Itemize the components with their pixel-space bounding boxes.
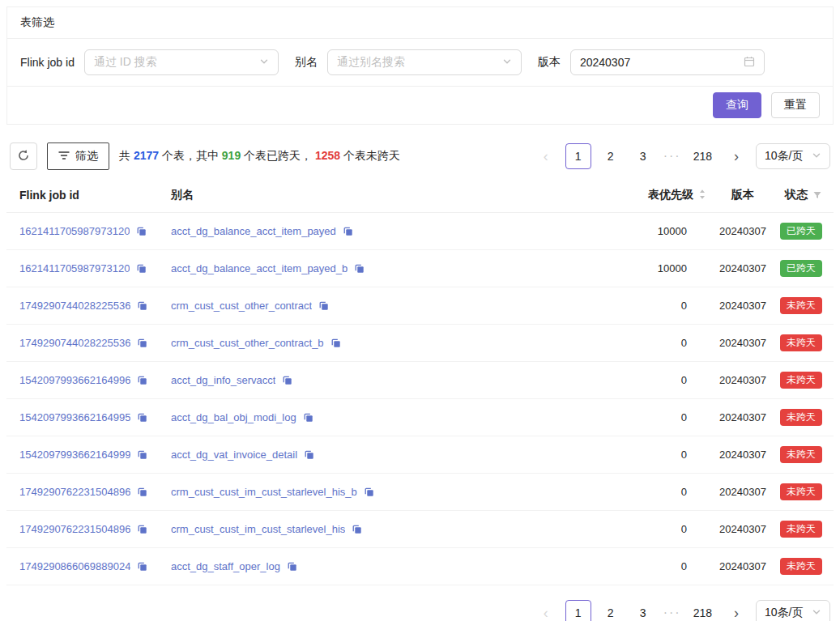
copy-icon[interactable] (137, 487, 147, 497)
alias-link[interactable]: crm_cust_cust_im_cust_starlevel_his_b (171, 486, 357, 498)
priority-value: 0 (681, 523, 687, 535)
version-value: 20240307 (719, 262, 766, 274)
copy-icon[interactable] (304, 449, 314, 460)
query-button[interactable]: 查询 (713, 92, 761, 118)
column-header-status: 状态 (773, 178, 834, 213)
page-button-last[interactable]: 218 (689, 143, 717, 169)
copy-icon[interactable] (318, 300, 329, 311)
flink-job-id-link[interactable]: 1749290762231504896 (19, 486, 130, 498)
alias-link[interactable]: crm_cust_cust_other_contract (171, 300, 312, 312)
pagination-top: ‹ 1 2 3 ··· 218 › 10条/页 (533, 143, 830, 169)
prev-page-button[interactable]: ‹ (533, 600, 559, 621)
alias-cell: crm_cust_cust_im_cust_starlevel_his_b (164, 474, 583, 511)
page-ellipsis[interactable]: ··· (663, 149, 682, 164)
flink-job-id-link[interactable]: 1542097993662164999 (19, 449, 130, 461)
version-date-value: 20240307 (580, 56, 630, 69)
alias-link[interactable]: crm_cust_cust_im_cust_starlevel_his (171, 523, 345, 535)
copy-icon[interactable] (137, 375, 147, 385)
flink-job-id-link[interactable]: 1749290866069889024 (19, 560, 130, 572)
flink-job-id-link[interactable]: 1621411705987973120 (19, 225, 130, 237)
page-button-last[interactable]: 218 (689, 600, 717, 621)
copy-icon[interactable] (354, 263, 365, 274)
refresh-button[interactable] (10, 142, 37, 170)
copy-icon[interactable] (303, 412, 313, 423)
summary-segment: 共 (119, 149, 134, 162)
page-size-select[interactable]: 10条/页 (756, 143, 830, 169)
page-ellipsis[interactable]: ··· (663, 606, 682, 620)
copy-icon[interactable] (137, 338, 147, 348)
funnel-icon[interactable] (812, 190, 822, 200)
flink-job-id-select[interactable]: 通过 ID 搜索 (84, 49, 279, 75)
page-button-3[interactable]: 3 (630, 600, 656, 621)
copy-icon[interactable] (352, 524, 362, 534)
priority-value: 0 (681, 449, 687, 461)
status-cell: 未跨天 (773, 548, 834, 585)
version-cell: 20240307 (713, 213, 773, 250)
alias-link[interactable]: acct_dg_balance_acct_item_payed_b (171, 262, 348, 274)
priority-cell: 0 (583, 474, 713, 511)
alias-link[interactable]: crm_cust_cust_other_contract_b (171, 337, 324, 349)
alias-cell: crm_cust_cust_other_contract (164, 287, 583, 325)
flink-job-id-link[interactable]: 1749290744028225536 (19, 337, 130, 349)
copy-icon[interactable] (137, 449, 147, 460)
flink-job-id-link[interactable]: 1542097993662164996 (19, 374, 130, 386)
page-size-select[interactable]: 10条/页 (756, 600, 830, 621)
sort-icon[interactable] (698, 189, 706, 200)
version-cell: 20240307 (713, 250, 773, 287)
copy-icon[interactable] (287, 561, 297, 572)
page-button-1[interactable]: 1 (565, 143, 591, 169)
version-value: 20240307 (719, 337, 766, 349)
summary-total-count: 2177 (134, 149, 159, 162)
priority-cell: 10000 (583, 250, 713, 287)
alias-link[interactable]: acct_dg_staff_oper_log (171, 560, 280, 572)
flink-job-id-link[interactable]: 1621411705987973120 (19, 262, 130, 274)
page-button-1[interactable]: 1 (565, 600, 591, 621)
copy-icon[interactable] (330, 338, 341, 348)
copy-icon[interactable] (137, 561, 147, 572)
next-page-button[interactable]: › (723, 143, 749, 169)
flink-job-id-link[interactable]: 1749290762231504896 (19, 523, 130, 535)
reset-button[interactable]: 重置 (771, 92, 820, 118)
priority-value: 0 (681, 411, 687, 423)
copy-icon[interactable] (364, 487, 374, 497)
copy-icon[interactable] (343, 226, 353, 236)
copy-icon[interactable] (282, 375, 292, 385)
filter-field-version: 版本 20240307 (538, 49, 765, 75)
alias-cell: crm_cust_cust_im_cust_starlevel_his (164, 511, 583, 548)
alias-link[interactable]: acct_dg_vat_invoice_detail (171, 449, 297, 461)
copy-icon[interactable] (136, 226, 147, 236)
copy-icon[interactable] (137, 524, 147, 534)
page-button-3[interactable]: 3 (630, 143, 656, 169)
toolbar: 筛选 共 2177 个表，其中 919 个表已跨天， 1258 个表未跨天 ‹ … (6, 142, 834, 170)
flink-job-id-link[interactable]: 1749290744028225536 (19, 300, 130, 312)
alias-link[interactable]: acct_dg_info_servacct (171, 374, 275, 386)
version-cell: 20240307 (713, 548, 773, 585)
alias-link[interactable]: acct_dg_balance_acct_item_payed (171, 225, 336, 237)
priority-cell: 0 (583, 548, 713, 585)
alias-select[interactable]: 通过别名搜索 (327, 49, 522, 75)
priority-value: 10000 (658, 262, 687, 274)
copy-icon[interactable] (137, 300, 147, 311)
prev-page-button[interactable]: ‹ (533, 143, 559, 169)
copy-icon[interactable] (136, 263, 147, 274)
alias-link[interactable]: acct_dg_bal_obj_modi_log (171, 411, 296, 423)
filter-panel-title: 表筛选 (20, 15, 54, 28)
column-header-version: 版本 (713, 178, 773, 213)
version-value: 20240307 (719, 300, 766, 312)
status-badge: 已跨天 (780, 260, 822, 277)
page-button-2[interactable]: 2 (598, 600, 624, 621)
next-page-button[interactable]: › (723, 600, 749, 621)
copy-icon[interactable] (137, 412, 147, 423)
filter-actions-row: 查询 重置 (7, 87, 833, 124)
filter-button[interactable]: 筛选 (47, 142, 109, 170)
filter-field-flink-job-id: Flink job id 通过 ID 搜索 (20, 49, 279, 75)
status-badge: 未跨天 (780, 483, 822, 500)
table-row: 1749290762231504896 crm_cust_cust_im_cus… (6, 474, 834, 511)
flink-job-id-link[interactable]: 1542097993662164995 (19, 411, 130, 423)
status-cell: 已跨天 (773, 250, 834, 287)
version-cell: 20240307 (713, 362, 773, 399)
page-button-2[interactable]: 2 (598, 143, 624, 169)
alias-cell: acct_dg_info_servacct (164, 362, 583, 399)
flink-job-id-cell: 1749290762231504896 (6, 511, 164, 548)
version-date-input[interactable]: 20240307 (570, 49, 765, 75)
